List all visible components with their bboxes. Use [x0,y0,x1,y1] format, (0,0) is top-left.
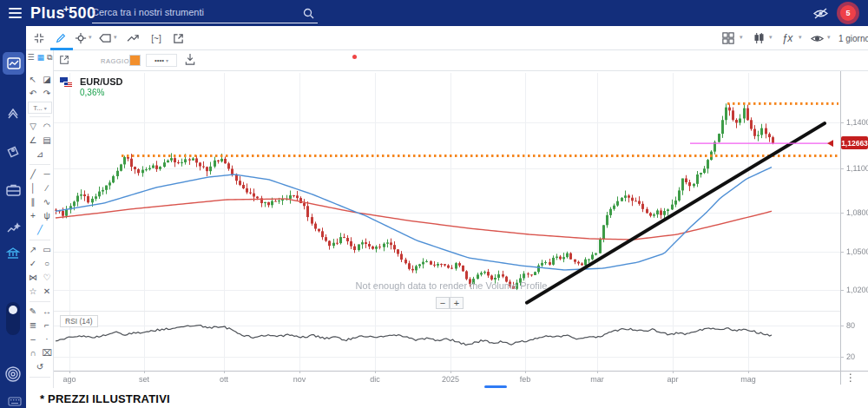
layout-caret-icon[interactable]: ▾ [740,34,743,41]
price-range-tool[interactable]: ↔ [41,306,53,318]
star-tool[interactable]: ☆ [27,286,39,298]
angle-tool[interactable]: ∠ [27,135,39,147]
tools-divider [30,301,50,302]
plus500-app: Plus+500 5 [0,0,868,408]
crosshair-caret-icon[interactable]: ▾ [89,34,92,41]
redo-button[interactable]: ↷ [41,88,53,100]
nav-charts-icon[interactable] [3,52,24,75]
search-bar [92,3,318,23]
menu-icon[interactable] [9,8,22,18]
cross-mark-tool[interactable]: ✕ [41,286,53,298]
eye-off-icon[interactable] [812,7,829,23]
drawing-tools-panel: ☰▦⧉ ↖◪↶↷T...▾▽◠∠▤⊿╱─│∕∥∿+ψ╱↗▭✓○⋈♡☆✕✎↔≣⌐‒… [26,50,54,388]
annotate-tool[interactable]: ✎ [27,306,39,318]
panel-list-icon[interactable]: ☰ [27,53,34,67]
eye-caret-icon[interactable]: ▾ [827,34,831,41]
nav-tag-icon[interactable] [0,141,26,163]
footer-bar: * PREZZI ILLUSTRATIVI [26,388,868,408]
measure-tool[interactable]: ≣ [27,319,39,332]
rsi-indicator-label[interactable]: RSI (14) [60,315,98,327]
current-price-tag: 1,12663 [841,136,868,149]
chart-toolbar: ▾ ▾ [~] ▾ ▾ ƒx ▾ ▾ 1 giorno ▾ [26,26,868,50]
nav-positions-icon[interactable] [0,102,26,125]
notification-count: 5 [840,5,856,21]
ellipse-tool[interactable]: ○ [41,258,53,270]
undo-button[interactable]: ↶ [27,88,39,100]
panel-grid-icon[interactable]: ▦ [37,53,45,67]
crosshair-icon[interactable] [74,30,88,47]
instrument-name: EUR/USD [80,76,123,87]
tools-divider [30,164,50,165]
pitchfork-tool[interactable]: ψ [41,210,53,222]
drawing-settings-toolbar: RAGGIO: ••••▾ [26,50,868,71]
arrow-tool[interactable]: ↗ [27,244,39,256]
bracket-tool[interactable]: ⌐ [41,319,53,332]
cursor-tool[interactable]: ↖ [27,74,39,86]
delete-drawing-tool[interactable]: ⌧ [41,347,53,359]
nav-portfolio-icon[interactable] [0,179,26,201]
timeframe-select[interactable]: 1 giorno [835,30,868,47]
nav-bank-icon[interactable] [0,241,26,264]
wave-tool[interactable]: ∿ [41,196,53,208]
label-caret-icon[interactable]: ▾ [114,34,117,41]
search-input[interactable] [92,3,292,22]
pattern-tool[interactable]: ▽ [27,121,39,133]
theme-toggle[interactable] [0,299,26,338]
search-icon[interactable] [303,7,314,23]
check-tool[interactable]: ✓ [27,258,39,270]
trendline-active-tool[interactable]: ╱ [34,224,46,236]
line-color-swatch[interactable] [129,55,141,66]
slope-tool[interactable]: ⊿ [34,148,46,161]
eraser-tool[interactable]: ◪ [41,74,53,86]
nav-insights-icon[interactable] [0,217,26,240]
notifications-badge[interactable]: 5 [837,2,859,24]
trendline-tool[interactable]: ╱ [27,168,39,181]
function-bracket-icon[interactable]: [~] [148,30,165,47]
zoom-in-button[interactable]: + [450,297,464,309]
collapse-icon[interactable] [31,30,47,47]
zoom-out-button[interactable]: − [436,297,450,309]
keyboard-icon[interactable] [8,394,22,408]
ray-tool[interactable]: ∕ [41,182,53,194]
vertical-line-tool[interactable]: │ [27,182,39,194]
trend-arrow-icon[interactable] [125,30,142,47]
line-style-select[interactable]: ••••▾ [146,54,177,67]
fan-tool[interactable]: ◠ [41,121,53,133]
volume-profile-message: Not enough data to render the Volume Pro… [356,280,548,291]
magnet-tool[interactable]: ∩ [27,347,39,359]
parallel-channel-tool[interactable]: ∥ [27,196,39,208]
drawing-tools-list: ↖◪↶↷T...▾▽◠∠▤⊿╱─│∕∥∿+ψ╱↗▭✓○⋈♡☆✕✎↔≣⌐‒·∩⌧↺ [26,73,54,380]
popout-chart-icon[interactable] [170,30,186,47]
horizontal-line-tool[interactable]: ─ [41,168,53,181]
indicators-fx-icon[interactable]: ƒx [779,30,795,47]
zoom-controls: − + [436,297,464,309]
raggio-label: RAGGIO: [101,57,132,65]
disclaimer-text: * PREZZI ILLUSTRATIVI [40,392,170,405]
fib-grid-tool[interactable]: ▤ [41,135,53,147]
open-settings-icon[interactable] [59,53,69,67]
cross-line-tool[interactable]: + [27,210,39,222]
price-label-icon[interactable] [97,30,113,47]
instrument-legend[interactable]: EUR/USD 0,36% [59,76,123,97]
chart-style-icon[interactable] [752,30,766,47]
panel-top-icons: ☰▦⧉ [26,53,54,67]
text-tool-select[interactable]: T...▾ [28,102,52,114]
rectangle-tool[interactable]: ▭ [41,244,53,256]
dash-tool[interactable]: ‒ [27,333,39,345]
tools-divider [30,240,50,240]
top-header: Plus+500 5 [0,0,868,26]
price-chart-canvas[interactable] [54,71,868,388]
layout-grid-icon[interactable] [720,30,736,47]
chart-style-caret-icon[interactable]: ▾ [769,34,773,41]
fx-caret-icon[interactable]: ▾ [799,34,802,41]
dot-tool[interactable]: · [41,333,53,345]
draw-tool-icon[interactable] [52,30,69,47]
history-tool[interactable]: ↺ [34,361,46,373]
visibility-eye-icon[interactable] [809,30,825,47]
support-target-icon[interactable] [0,363,26,385]
triangles-tool[interactable]: ⋈ [27,272,39,284]
heart-tool[interactable]: ♡ [41,272,53,284]
save-template-icon[interactable] [184,53,196,69]
panel-popout-icon[interactable]: ⧉ [47,53,52,67]
pane-menu-icon[interactable]: ⋮ [845,372,854,384]
